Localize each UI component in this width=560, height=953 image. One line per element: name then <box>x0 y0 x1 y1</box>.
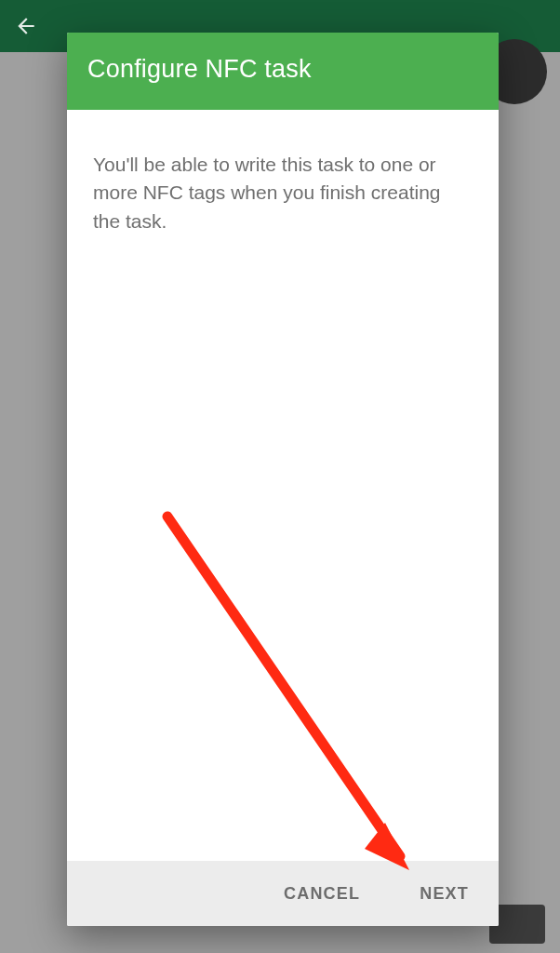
dialog-description: You'll be able to write this task to one… <box>93 151 473 235</box>
cancel-button[interactable]: CANCEL <box>280 877 364 911</box>
configure-nfc-dialog: Configure NFC task You'll be able to wri… <box>67 33 499 926</box>
dialog-footer: CANCEL NEXT <box>67 861 499 926</box>
back-arrow-icon[interactable] <box>7 7 45 45</box>
dialog-body: You'll be able to write this task to one… <box>67 110 499 861</box>
next-button[interactable]: NEXT <box>416 877 473 911</box>
dialog-title: Configure NFC task <box>67 33 499 110</box>
